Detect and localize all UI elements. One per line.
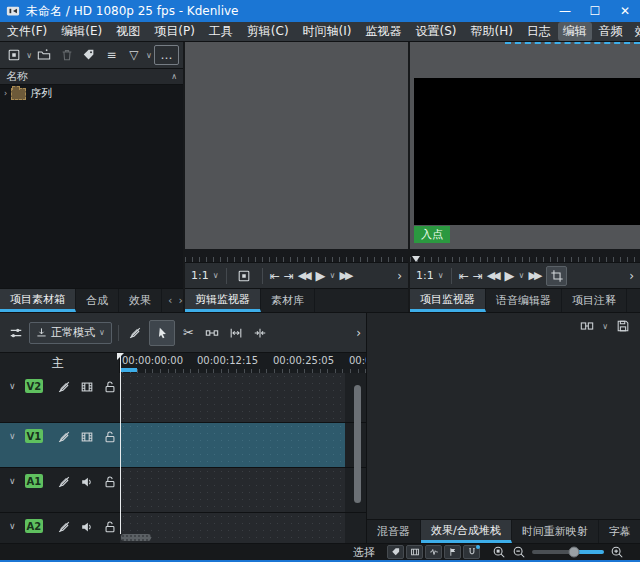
fast-forward-icon[interactable]: ▶▶ <box>528 270 542 281</box>
tab-mixer[interactable]: 混音器 <box>367 520 421 543</box>
project-monitor-ruler[interactable] <box>410 249 640 262</box>
play-dropdown-icon[interactable]: ∨ <box>519 271 525 280</box>
zone-mode-button[interactable] <box>546 266 567 286</box>
track-v1-content[interactable] <box>120 423 345 467</box>
workspace-log[interactable]: 日志 <box>522 22 556 41</box>
set-in-point-icon[interactable]: ⇤ <box>270 270 280 282</box>
track-badge[interactable]: A2 <box>25 519 43 533</box>
set-out-point-icon[interactable]: ⇥ <box>473 270 483 282</box>
menu-view[interactable]: 视图 <box>109 23 147 40</box>
collapse-track-icon[interactable]: ∨ <box>0 474 25 486</box>
maximize-button[interactable]: ☐ <box>580 0 610 22</box>
fit-zoom-button[interactable] <box>226 323 247 343</box>
snap-toggle[interactable] <box>463 545 480 559</box>
mute-track-toggle[interactable] <box>77 519 97 535</box>
insert-zone-button[interactable] <box>234 266 255 286</box>
transport-overflow-icon[interactable]: › <box>397 270 402 282</box>
zoom-out-icon[interactable] <box>512 545 526 559</box>
clip-zoom-level[interactable]: 1:1 <box>191 269 209 282</box>
expand-icon[interactable]: › <box>4 89 7 98</box>
add-clip-button[interactable] <box>4 45 24 65</box>
play-icon[interactable]: ▶ <box>316 269 326 282</box>
menu-monitor[interactable]: 监视器 <box>358 23 408 40</box>
timeline-playhead-flag[interactable] <box>117 353 124 360</box>
transport-overflow-icon[interactable]: › <box>629 270 634 282</box>
menu-edit[interactable]: 编辑(E) <box>54 23 109 40</box>
create-folder-button[interactable] <box>34 45 54 65</box>
collapse-track-icon[interactable]: ∨ <box>0 519 25 531</box>
tab-subtitles[interactable]: 字幕 <box>599 520 640 543</box>
collapse-track-icon[interactable]: ∨ <box>0 379 25 391</box>
bin-view-menu-button[interactable]: ≡ <box>101 45 121 65</box>
tab-project-notes[interactable]: 项目注释 <box>562 289 627 312</box>
play-dropdown-icon[interactable]: ∨ <box>330 271 336 280</box>
hide-track-toggle[interactable] <box>77 379 97 395</box>
lock-track-toggle[interactable] <box>100 474 120 490</box>
lock-track-toggle[interactable] <box>100 379 120 395</box>
track-a2[interactable]: ∨ A2 <box>0 513 366 543</box>
track-options-button[interactable] <box>5 323 26 343</box>
bin-clip-list[interactable]: › 序列 <box>0 85 183 288</box>
track-a1[interactable]: ∨ A1 <box>0 468 366 513</box>
project-zoom-level[interactable]: 1:1 <box>416 269 434 282</box>
track-badge[interactable]: A1 <box>25 474 43 488</box>
clip-zoom-dropdown-icon[interactable]: ∨ <box>213 271 219 280</box>
track-a1-content[interactable] <box>120 468 345 512</box>
play-icon[interactable]: ▶ <box>505 269 515 282</box>
track-effects-toggle[interactable] <box>54 474 74 490</box>
track-badge[interactable]: V2 <box>25 379 43 393</box>
sort-collapse-icon[interactable]: ∧ <box>171 72 177 81</box>
menu-tools[interactable]: 工具 <box>202 23 240 40</box>
close-button[interactable]: ✕ <box>610 0 640 22</box>
mix-clips-button[interactable] <box>125 323 146 343</box>
zoom-in-icon[interactable] <box>610 545 624 559</box>
clip-monitor-screen[interactable] <box>185 42 408 249</box>
save-stack-icon[interactable] <box>616 319 630 333</box>
clip-monitor-ruler[interactable] <box>185 249 408 262</box>
track-effects-toggle[interactable] <box>54 519 74 535</box>
compare-split-icon[interactable] <box>580 319 594 333</box>
tab-time-remap[interactable]: 时间重新映射 <box>512 520 599 543</box>
timeline-horizontal-scrollbar[interactable] <box>121 534 151 541</box>
set-out-point-icon[interactable]: ⇥ <box>284 270 294 282</box>
track-v1-header[interactable]: ∨ V1 <box>0 423 120 467</box>
project-monitor-screen[interactable]: 入点 <box>410 42 640 249</box>
menu-timeline[interactable]: 时间轴(I) <box>296 23 359 40</box>
track-effects-toggle[interactable] <box>54 379 74 395</box>
track-a1-header[interactable]: ∨ A1 <box>0 468 120 512</box>
razor-tool-button[interactable]: ✂ <box>178 323 199 343</box>
track-v1[interactable]: ∨ V1 <box>0 423 366 468</box>
timeline-zone-bar[interactable] <box>121 368 137 372</box>
track-a2-content[interactable] <box>120 513 345 543</box>
track-a2-header[interactable]: ∨ A2 <box>0 513 120 543</box>
workspace-audio[interactable]: 音频 <box>594 22 628 41</box>
bin-item-sequence[interactable]: › 序列 <box>0 85 183 102</box>
project-video-frame[interactable] <box>414 78 640 225</box>
track-v2-header[interactable]: ∨ V2 <box>0 373 120 422</box>
zoom-fit-icon[interactable] <box>492 545 506 559</box>
tab-library[interactable]: 素材库 <box>261 289 315 312</box>
timeline-vertical-scrollbar[interactable] <box>354 385 361 503</box>
toolbar-overflow-icon[interactable]: › <box>356 327 361 339</box>
mute-track-toggle[interactable] <box>77 474 97 490</box>
filter-dropdown-icon[interactable]: ∨ <box>146 51 152 60</box>
minimize-button[interactable]: — <box>550 0 580 22</box>
filter-button[interactable]: ▽ <box>124 45 144 65</box>
fast-forward-icon[interactable]: ▶▶ <box>339 270 353 281</box>
tab-project-monitor[interactable]: 项目监视器 <box>410 289 486 312</box>
spacer-tool-button[interactable] <box>202 323 223 343</box>
tab-speech-editor[interactable]: 语音编辑器 <box>486 289 562 312</box>
timeline-ruler[interactable]: 00:00:00:00 00:00:12:15 00:00:25:05 00:0 <box>120 353 366 373</box>
menu-file[interactable]: 文件(F) <box>0 23 54 40</box>
show-markers-toggle[interactable] <box>444 545 461 559</box>
timeline-zoom-slider[interactable] <box>532 550 604 554</box>
hide-track-toggle[interactable] <box>77 429 97 445</box>
track-effects-toggle[interactable] <box>54 429 74 445</box>
title-bar[interactable]: 未命名 / HD 1080p 25 fps - Kdenlive — ☐ ✕ <box>0 0 640 22</box>
tab-compositions[interactable]: 合成 <box>76 289 119 312</box>
menu-settings[interactable]: 设置(S) <box>408 23 463 40</box>
delete-button[interactable] <box>57 45 77 65</box>
track-badge[interactable]: V1 <box>25 429 43 443</box>
project-zoom-dropdown-icon[interactable]: ∨ <box>438 271 444 280</box>
track-v2[interactable]: ∨ V2 <box>0 373 366 423</box>
